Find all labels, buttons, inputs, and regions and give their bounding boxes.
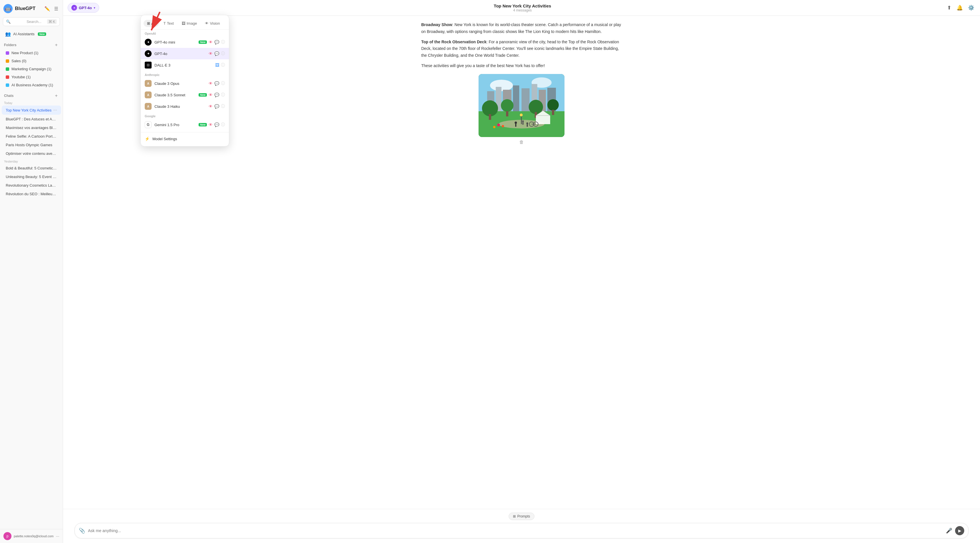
svg-rect-6 [513,86,519,114]
user-more-button[interactable]: ··· [56,534,59,538]
tab-all-label: All [151,21,155,25]
info-icon-gpt4o-mini[interactable]: ⓘ [221,40,225,45]
chat-item-text: Révolution du SEO : Meilleurs O... [6,192,57,196]
attach-button[interactable]: 📎 [79,527,85,534]
chat-list-item[interactable]: Paris Hosts Olympic Games [2,141,61,149]
chat-icon-gemini: 💬 [214,123,219,127]
header-center: Top New York City Activities 4 messages [102,3,943,12]
sidebar-folder-item[interactable]: AI Business Academy (1) [2,81,61,89]
notifications-button[interactable]: 🔔 [955,3,964,12]
eye-icon-sonnet: 👁 [208,92,213,97]
model-gpt4o-mini[interactable]: ✦ GPT-4o mini New 👁 💬 ⓘ [141,37,229,48]
model-settings-label: Model Settings [153,137,177,141]
model-claude35-sonnet[interactable]: A Claude 3.5 Sonnet New 👁 💬 ⓘ [141,89,229,100]
dropdown-tabs: ⊞ All T Text 🖼 Image 👁 Vision [141,18,229,30]
park-image-container: 🗑 [479,74,565,146]
sidebar-folder-item[interactable]: Youtube (1) [2,73,61,81]
anthropic-icon-opus: A [145,80,151,87]
chat-item-text: Top New York City Activities [6,108,53,112]
svg-point-27 [527,123,528,124]
model-selector[interactable]: ✦ GPT-4o ▾ [68,3,99,13]
paragraph-closing: These activities will give you a taste o… [421,62,622,69]
chat-icon-opus: 💬 [214,81,219,86]
model-claude3-haiku[interactable]: A Claude 3 Haiku 👁 💬 ⓘ [141,100,229,112]
chat-list-item[interactable]: Bold & Beautiful: 5 Cosmetics L... [2,164,61,172]
chat-list-item[interactable]: Top New York City Activities··· [2,105,61,115]
delete-image-button[interactable]: 🗑 [479,138,565,146]
sidebar-folder-item[interactable]: Sales (0) [2,57,61,65]
claude35-sonnet-badge-new: New [199,93,207,97]
folder-color-dot [6,67,9,71]
gemini15-pro-name: Gemini 1.5 Pro [154,123,196,127]
anthropic-icon-haiku: A [145,103,151,110]
model-gpt4o[interactable]: ✦ GPT-4o 👁 💬 ⓘ [141,48,229,59]
dalle3-name: DALL·E 3 [154,63,212,67]
prompts-button[interactable]: ⊞ Prompts [509,513,535,520]
menu-button[interactable]: ☰ [53,5,59,13]
model-claude3-opus[interactable]: A Claude 3 Opus 👁 💬 ⓘ [141,78,229,89]
vision-icon: 👁 [205,21,208,25]
chat-icon-gpt4o: 💬 [214,51,219,56]
chat-list-item[interactable]: Revolutionary Cosmetics Launc... [2,181,61,189]
send-button[interactable]: ▶ [955,526,964,535]
chat-list-item[interactable]: Optimiser votre contenu avec C... [2,150,61,158]
folder-color-dot [6,75,9,79]
add-folder-button[interactable]: + [54,43,59,48]
settings-button[interactable]: ⚙️ [967,3,975,12]
eye-icon-gpt4o-mini: 👁 [208,40,213,45]
tab-all[interactable]: ⊞ All [143,20,159,27]
info-icon-gpt4o[interactable]: ⓘ [221,51,225,56]
edit-button[interactable]: ✏️ [43,5,51,13]
image-tab-icon: 🖼 [182,21,185,25]
info-icon-haiku[interactable]: ⓘ [221,104,225,109]
paragraph-broadway: Broadway Show: New York is known for its… [421,22,622,35]
info-icon-dalle3[interactable]: ⓘ [221,62,225,68]
info-icon-sonnet[interactable]: ⓘ [221,92,225,97]
gpt4o-mini-name: GPT-4o mini [154,40,196,45]
chat-item-text: BlueGPT : Des Astuces et Appli... [6,117,57,121]
folder-name: Youtube (1) [11,75,31,79]
add-chat-button[interactable]: + [54,93,59,98]
chat-input[interactable] [88,529,943,533]
model-gemini15-pro[interactable]: G Gemini 1.5 Pro New 👁 💬 ⓘ [141,119,229,131]
search-shortcut: ⌘ K [47,19,57,24]
tab-text[interactable]: T Text [160,20,177,27]
chat-list-item[interactable]: Feline Selfie: A Cartoon Portrait [2,132,61,140]
dalle-icon [145,62,151,68]
chat-list-item[interactable]: Maximisez vos avantages Blue... [2,124,61,132]
svg-rect-20 [552,110,554,115]
chat-item-more[interactable]: ··· [53,108,57,113]
sidebar-header: 🤖 BlueGPT ✏️ ☰ [0,0,63,16]
sidebar-item-ai-assistants[interactable]: 👥 AI Assistants New [2,29,61,39]
prompts-icon: ⊞ [513,514,516,518]
claude3-haiku-name: Claude 3 Haiku [154,104,206,109]
sidebar-folder-item[interactable]: Marketing Campaign (1) [2,65,61,73]
info-icon-opus[interactable]: ⓘ [221,81,225,86]
svg-point-15 [501,99,514,112]
mic-button[interactable]: 🎤 [946,527,952,534]
chat-icon-gpt4o-mini: 💬 [214,40,219,45]
chat-list-item[interactable]: Unleashing Beauty: 5 Event Lau... [2,173,61,181]
tab-vision[interactable]: 👁 Vision [202,20,223,27]
search-bar[interactable]: 🔍 Search... ⌘ K [3,17,60,26]
svg-point-31 [493,126,495,128]
tab-image[interactable]: 🖼 Image [178,20,200,27]
model-selector-icon: ✦ [72,5,77,11]
folder-name: New Product (1) [11,51,38,55]
sidebar-folder-item[interactable]: New Product (1) [2,49,61,57]
svg-rect-16 [506,111,508,116]
share-button[interactable]: ⬆ [946,3,953,12]
chat-icon-haiku: 💬 [214,104,219,109]
chat-list-item[interactable]: Révolution du SEO : Meilleurs O... [2,190,61,198]
ai-icon: 👥 [5,31,11,37]
chat-title: Top New York City Activities [102,3,943,8]
svg-rect-38 [147,64,150,67]
svg-point-33 [520,113,523,116]
model-settings-row[interactable]: ⚡ Model Settings [141,134,229,143]
model-dalle3[interactable]: DALL·E 3 🖼 ⓘ [141,59,229,71]
tab-image-label: Image [186,21,197,25]
chat-list-item[interactable]: BlueGPT : Des Astuces et Appli... [2,115,61,123]
info-icon-gemini[interactable]: ⓘ [221,122,225,127]
svg-rect-28 [527,124,528,127]
dalle-svg [146,63,150,67]
